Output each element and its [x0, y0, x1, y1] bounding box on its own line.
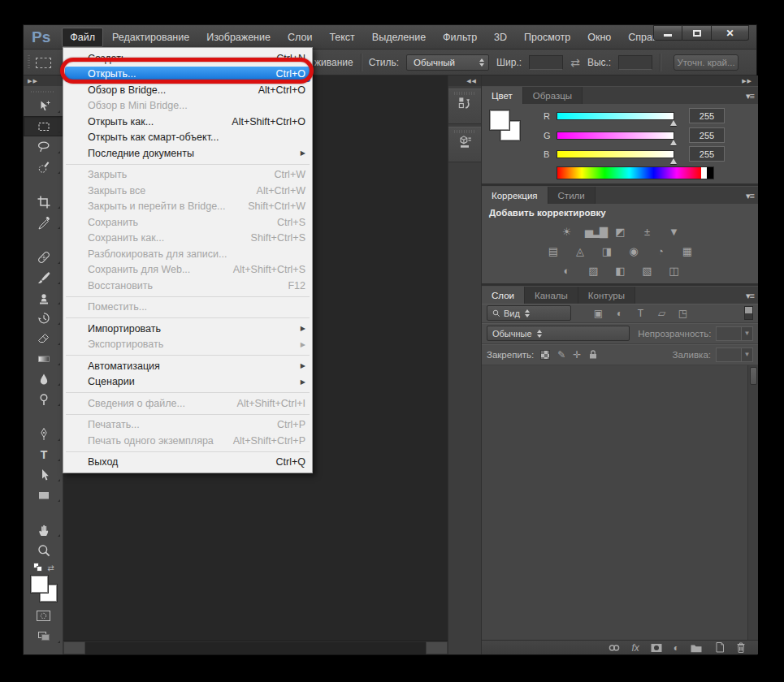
- invert-icon[interactable]: ◐: [558, 264, 574, 278]
- menu-layers[interactable]: Слои: [279, 28, 320, 47]
- menu-item-revert[interactable]: ВосстановитьF12: [65, 278, 310, 294]
- tool-eyedropper[interactable]: [24, 212, 63, 232]
- tool-blur[interactable]: [24, 369, 63, 389]
- menu-file[interactable]: Файл: [62, 28, 103, 47]
- scrollbar-thumb[interactable]: [750, 367, 757, 385]
- red-slider-handle[interactable]: [670, 120, 677, 126]
- menu-image[interactable]: Изображение: [198, 28, 279, 47]
- lock-all-icon[interactable]: [588, 349, 598, 360]
- panel-menu-icon[interactable]: ▾≡: [746, 187, 754, 205]
- menu-item-save-for-web[interactable]: Сохранить для Web...Alt+Shift+Ctrl+S: [65, 262, 310, 278]
- panel-menu-icon[interactable]: ▾≡: [746, 87, 754, 105]
- filter-type-layers-icon[interactable]: T: [633, 308, 648, 319]
- scrollbar-track[interactable]: [85, 641, 426, 654]
- new-adjustment-layer-icon[interactable]: ◐: [674, 642, 679, 654]
- hue-saturation-icon[interactable]: ▤: [545, 244, 561, 259]
- filter-adjustment-layers-icon[interactable]: ◐: [612, 308, 627, 319]
- levels-icon[interactable]: ▅▂▇: [585, 225, 601, 240]
- filter-shape-layers-icon[interactable]: ▱: [654, 308, 669, 319]
- tool-crop[interactable]: [24, 192, 63, 212]
- blend-mode-dropdown[interactable]: Обычные: [487, 326, 630, 341]
- menu-edit[interactable]: Редактирование: [104, 28, 197, 47]
- menu-item-open-as[interactable]: Открыть как...Alt+Shift+Ctrl+O: [65, 114, 310, 130]
- tool-clone-stamp[interactable]: [24, 287, 63, 308]
- red-value[interactable]: 255: [689, 108, 725, 123]
- collapse-panels-icon[interactable]: ▶▶: [482, 76, 758, 86]
- tool-brush[interactable]: [24, 267, 63, 287]
- threshold-icon[interactable]: ◧: [612, 264, 628, 278]
- hue-ramp[interactable]: [557, 167, 701, 179]
- height-input[interactable]: [618, 55, 652, 70]
- swap-colors-cluster[interactable]: ⇄: [24, 560, 63, 575]
- menu-item-close[interactable]: ЗакрытьCtrl+W: [65, 167, 310, 183]
- menu-item-exit[interactable]: ВыходCtrl+Q: [65, 455, 310, 471]
- lock-paint-icon[interactable]: ✎: [557, 349, 565, 360]
- tool-hand[interactable]: [24, 520, 63, 540]
- tool-type[interactable]: T: [24, 444, 63, 464]
- tool-quick-selection[interactable]: [24, 157, 63, 177]
- history-panel-button[interactable]: [448, 88, 481, 124]
- maximize-button[interactable]: [682, 25, 712, 41]
- opacity-dropdown[interactable]: ▼: [716, 326, 753, 341]
- menu-item-file-info[interactable]: Сведения о файле...Alt+Shift+Ctrl+I: [65, 395, 310, 412]
- tab-swatches[interactable]: Образцы: [523, 87, 583, 104]
- layer-filter-dropdown[interactable]: Вид: [487, 305, 571, 321]
- new-layer-icon[interactable]: [713, 641, 725, 654]
- menu-type[interactable]: Текст: [321, 28, 362, 47]
- color-spectrum-ramp[interactable]: [557, 166, 714, 179]
- menu-item-import[interactable]: Импортировать▶: [65, 321, 310, 337]
- toolbar-collapse-icon[interactable]: ▶▶: [24, 76, 63, 86]
- properties-3d-panel-button[interactable]: [448, 127, 481, 162]
- minimize-button[interactable]: [653, 25, 682, 41]
- blue-slider-handle[interactable]: [670, 158, 677, 164]
- tool-path-selection[interactable]: [24, 464, 63, 485]
- black-white-icon[interactable]: ◨: [599, 244, 615, 259]
- link-layers-icon[interactable]: [608, 642, 621, 654]
- fill-dropdown[interactable]: ▼: [716, 347, 753, 362]
- menu-view[interactable]: Просмотр: [516, 28, 578, 47]
- menu-item-browse-in-mini-bridge[interactable]: Обзор в Mini Bridge...: [65, 98, 310, 114]
- black-white-ramp[interactable]: [701, 167, 713, 179]
- vibrance-icon[interactable]: ▼: [665, 225, 682, 240]
- toolbar-grip[interactable]: [31, 88, 55, 94]
- swap-dimensions-icon[interactable]: ⇄: [570, 56, 580, 69]
- foreground-color-swatch[interactable]: [31, 576, 48, 593]
- foreground-background-swatches[interactable]: [24, 575, 63, 606]
- menu-item-close-all[interactable]: Закрыть всеAlt+Ctrl+W: [65, 183, 310, 199]
- layer-style-fx-icon[interactable]: fx: [631, 642, 639, 654]
- menu-item-save[interactable]: СохранитьCtrl+S: [65, 214, 310, 231]
- horizontal-scrollbar[interactable]: [63, 641, 448, 654]
- menu-item-save-as[interactable]: Сохранить как...Shift+Ctrl+S: [65, 231, 310, 247]
- tool-dodge[interactable]: [24, 389, 63, 409]
- blue-slider[interactable]: [557, 150, 674, 158]
- color-lookup-icon[interactable]: ▦: [679, 244, 695, 259]
- tab-styles[interactable]: Стили: [548, 187, 596, 204]
- layers-scrollbar[interactable]: [747, 365, 758, 641]
- foreground-color-swatch[interactable]: [490, 110, 509, 130]
- menu-item-browse-in-bridge[interactable]: Обзор в Bridge...Alt+Ctrl+O: [65, 82, 310, 98]
- tool-rectangular-marquee[interactable]: [24, 116, 63, 136]
- photo-filter-icon[interactable]: ◉: [626, 244, 642, 259]
- selective-color-icon[interactable]: ◫: [665, 264, 682, 278]
- panel-menu-icon[interactable]: ▾≡: [746, 287, 754, 304]
- tool-zoom[interactable]: [24, 540, 63, 560]
- color-balance-icon[interactable]: ◬: [572, 244, 588, 259]
- green-value[interactable]: 255: [689, 127, 725, 143]
- menu-item-place[interactable]: Поместить...: [65, 300, 310, 316]
- style-dropdown[interactable]: Обычный: [406, 54, 489, 71]
- tab-channels[interactable]: Каналы: [525, 287, 578, 304]
- menu-item-scripts[interactable]: Сценарии▶: [65, 374, 310, 391]
- red-slider[interactable]: [557, 112, 674, 120]
- filter-pixel-layers-icon[interactable]: ▣: [591, 308, 606, 319]
- quick-mask-button[interactable]: [24, 606, 63, 626]
- curves-icon[interactable]: ◩: [612, 225, 628, 240]
- color-swatches[interactable]: [490, 110, 526, 146]
- tab-paths[interactable]: Контуры: [578, 287, 635, 304]
- add-layer-mask-icon[interactable]: [650, 642, 663, 654]
- exposure-icon[interactable]: ±: [639, 225, 655, 240]
- tool-lasso[interactable]: [24, 136, 63, 157]
- lock-transparency-icon[interactable]: [540, 350, 550, 360]
- tab-adjustments[interactable]: Коррекция: [482, 187, 548, 204]
- gradient-map-icon[interactable]: ▧: [639, 264, 655, 278]
- swap-colors-icon[interactable]: ⇄: [47, 563, 54, 572]
